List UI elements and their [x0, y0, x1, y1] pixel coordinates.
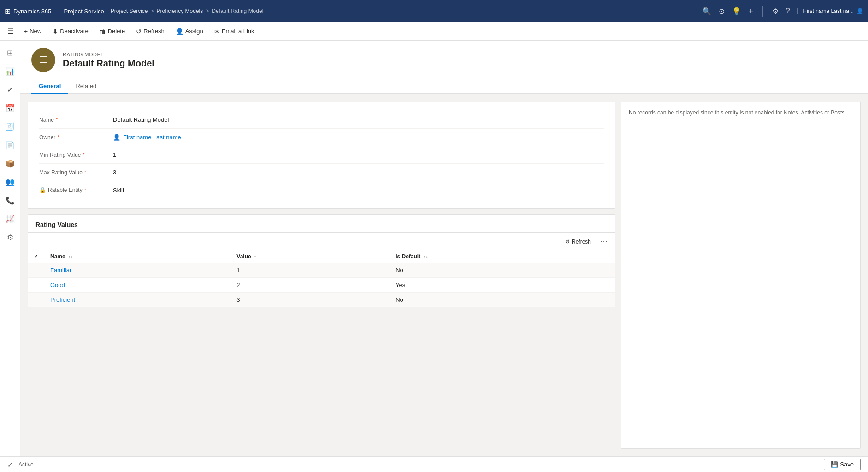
row-value: 1 [231, 263, 390, 278]
field-owner: Owner * 👤 First name Last name [39, 129, 604, 146]
column-value-header[interactable]: Value ↑ [231, 251, 390, 263]
help-button[interactable]: ? [786, 7, 790, 15]
deactivate-button[interactable]: ⬇ Deactivate [48, 26, 93, 37]
app-name[interactable]: Project Service [57, 8, 110, 15]
sidebar-item-calendar[interactable]: 📅 [2, 100, 18, 116]
sidebar-item-resources[interactable]: 📦 [2, 155, 18, 172]
sort-isdefault-icon: ↑↓ [424, 254, 428, 259]
breadcrumb-item-1[interactable]: Project Service [111, 8, 148, 14]
user-info[interactable]: First name Last na... 👤 [797, 8, 863, 14]
search-button[interactable]: 🔍 [702, 7, 711, 16]
sidebar-item-tasks[interactable]: ✔ [2, 81, 18, 98]
row-isdefault: Yes [390, 278, 615, 293]
field-max-rating: Max Rating Value * 3 [39, 164, 604, 181]
form-section: Name * Default Rating Model Owner * 👤 [28, 102, 615, 449]
sidebar-item-analytics[interactable]: 📈 [2, 210, 18, 227]
grid-icon: ⊞ [5, 7, 11, 16]
settings-button[interactable]: ⚙ [772, 7, 779, 16]
row-name[interactable]: Good [45, 278, 231, 293]
row-name[interactable]: Familiar [45, 263, 231, 278]
column-check[interactable]: ✓ [28, 251, 45, 263]
subgrid-more-button[interactable]: ⋯ [598, 235, 609, 248]
expand-button[interactable]: ⤢ [7, 461, 13, 468]
row-value: 2 [231, 278, 390, 293]
add-button[interactable]: + [749, 7, 753, 15]
subgrid-title: Rating Values [28, 215, 615, 233]
field-name: Name * Default Rating Model [39, 111, 604, 129]
deactivate-label: Deactivate [60, 28, 88, 35]
status-right: 💾 Save [824, 459, 861, 470]
sidebar-item-docs[interactable]: 📄 [2, 137, 18, 153]
value-name[interactable]: Default Rating Model [113, 116, 604, 123]
refresh-label: Refresh [143, 28, 165, 35]
status-badge: Active [18, 461, 34, 468]
refresh-icon: ↺ [136, 28, 142, 35]
email-link-button[interactable]: ✉ Email a Link [210, 26, 259, 37]
delete-label: Delete [108, 28, 125, 35]
sidebar: ⊞ 📊 ✔ 📅 🧾 📄 📦 👥 📞 📈 ⚙ [0, 41, 20, 456]
record-header: ☰ RATING MODEL Default Rating Model [20, 41, 868, 78]
new-icon: + [24, 28, 28, 35]
subgrid-refresh-button[interactable]: ↺ Refresh [561, 237, 595, 247]
column-isdefault-header[interactable]: Is Default ↑↓ [390, 251, 615, 263]
lightbulb-button[interactable]: 💡 [732, 7, 741, 16]
delete-button[interactable]: 🗑 Delete [95, 26, 130, 37]
breadcrumb-sep-1: > [151, 8, 154, 14]
delete-icon: 🗑 [100, 28, 106, 35]
save-label: Save [840, 461, 854, 468]
sidebar-item-settings[interactable]: ⚙ [2, 229, 18, 245]
breadcrumb: Project Service > Proficiency Models > D… [111, 8, 703, 14]
table-row: Good 2 Yes [28, 278, 615, 293]
row-check[interactable] [28, 263, 45, 278]
hamburger-button[interactable]: ☰ [4, 25, 18, 37]
dynamics365-label: Dynamics 365 [13, 8, 51, 15]
email-icon: ✉ [214, 28, 220, 35]
notes-message: No records can be displayed since this e… [629, 109, 846, 116]
top-navigation: ⊞ Dynamics 365 Project Service Project S… [0, 0, 868, 22]
sidebar-item-reports[interactable]: 📊 [2, 63, 18, 79]
save-icon: 💾 [831, 461, 838, 468]
value-owner[interactable]: 👤 First name Last name [113, 134, 604, 141]
status-left: ⤢ Active [7, 461, 34, 468]
user-icon: 👤 [856, 8, 863, 14]
assign-button[interactable]: 👤 Assign [171, 26, 208, 37]
sidebar-item-home[interactable]: ⊞ [2, 44, 18, 61]
assign-label: Assign [185, 28, 203, 35]
value-ratable-entity[interactable]: Skill [113, 187, 604, 194]
tab-general[interactable]: General [31, 78, 68, 94]
row-check[interactable] [28, 293, 45, 307]
dynamics-logo[interactable]: ⊞ Dynamics 365 [5, 7, 57, 16]
sidebar-item-contacts[interactable]: 👥 [2, 173, 18, 190]
label-owner: Owner * [39, 134, 113, 141]
new-button[interactable]: + New [19, 26, 46, 37]
notes-panel: No records can be displayed since this e… [621, 102, 861, 449]
value-max-rating[interactable]: 3 [113, 169, 604, 176]
required-star-ratable: * [84, 188, 86, 193]
deactivate-icon: ⬇ [53, 28, 58, 35]
sidebar-item-phone[interactable]: 📞 [2, 192, 18, 209]
column-name-header[interactable]: Name ↑↓ [45, 251, 231, 263]
subgrid-refresh-label: Refresh [572, 239, 591, 245]
tab-related[interactable]: Related [68, 78, 104, 94]
record-type-label: RATING MODEL [63, 52, 154, 57]
row-isdefault: No [390, 293, 615, 307]
row-check[interactable] [28, 278, 45, 293]
value-min-rating[interactable]: 1 [113, 151, 604, 158]
record-title: Default Rating Model [63, 58, 154, 69]
field-min-rating: Min Rating Value * 1 [39, 146, 604, 164]
required-star-max: * [84, 170, 86, 175]
breadcrumb-item-2[interactable]: Proficiency Models [157, 8, 203, 14]
top-nav-right: 🔍 ⊙ 💡 + ⚙ ? First name Last na... 👤 [702, 6, 863, 17]
sidebar-item-invoices[interactable]: 🧾 [2, 118, 18, 135]
required-star-min: * [83, 152, 85, 157]
label-max-rating: Max Rating Value * [39, 169, 113, 176]
assign-icon: 👤 [176, 28, 183, 35]
table-row: Proficient 3 No [28, 293, 615, 307]
save-button[interactable]: 💾 Save [824, 459, 861, 470]
subgrid-toolbar: ↺ Refresh ⋯ [28, 233, 615, 251]
sort-value-icon: ↑ [254, 254, 256, 259]
label-ratable-entity: 🔒 Ratable Entity * [39, 187, 113, 193]
refresh-button[interactable]: ↺ Refresh [131, 26, 169, 37]
row-name[interactable]: Proficient [45, 293, 231, 307]
home-button[interactable]: ⊙ [719, 7, 725, 16]
